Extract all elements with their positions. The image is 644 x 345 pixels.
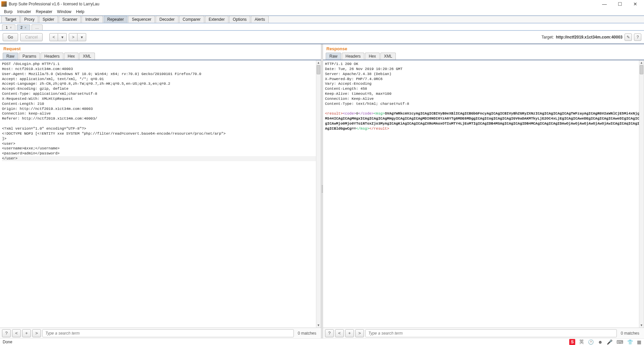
request-tab-params[interactable]: Params xyxy=(19,53,40,60)
status-text: Done xyxy=(3,340,12,344)
response-tab-xml[interactable]: XML xyxy=(380,53,396,60)
tray-icon[interactable]: ⌨ xyxy=(616,339,623,345)
response-tab-headers[interactable]: Headers xyxy=(342,53,364,60)
tab-proxy[interactable]: Proxy xyxy=(20,16,38,23)
repeater-tab-bar: 1× 2× … xyxy=(0,23,644,31)
target-display: Target: http://nctf2019.x1ct34m.com:4000… xyxy=(542,33,641,41)
close-icon[interactable]: × xyxy=(24,26,26,29)
history-forward-button[interactable]: > xyxy=(69,33,77,41)
tab-intruder[interactable]: Intruder xyxy=(82,16,103,23)
ime-lang[interactable]: 英 xyxy=(579,339,584,345)
repeater-tab-2[interactable]: 2× xyxy=(17,24,30,30)
title-bar: Burp Suite Professional v1.6 - licensed … xyxy=(0,0,644,8)
tab-extender[interactable]: Extender xyxy=(205,16,228,23)
repeater-tab-2-label: 2 xyxy=(20,25,22,29)
response-pane: Response Raw Headers Hex XML HTTP/1.1 20… xyxy=(323,44,644,338)
request-editor-wrap: POST /doLogin.php HTTP/1.1Host: nctf2019… xyxy=(0,60,321,328)
tab-alerts[interactable]: Alerts xyxy=(251,16,269,23)
response-search-help[interactable]: ? xyxy=(325,329,334,337)
response-match-count: 0 matches xyxy=(618,331,642,336)
response-search-next[interactable]: > xyxy=(355,329,364,337)
repeater-tab-1[interactable]: 1× xyxy=(2,24,15,30)
menu-intruder[interactable]: Intruder xyxy=(15,9,33,15)
tab-spider[interactable]: Spider xyxy=(39,16,58,23)
repeater-tab-new[interactable]: … xyxy=(32,24,43,30)
tab-sequencer[interactable]: Sequencer xyxy=(128,16,155,23)
sogou-ime-icon[interactable]: S xyxy=(569,339,575,345)
tab-options[interactable]: Options xyxy=(229,16,250,23)
response-view-tabs: Raw Headers Hex XML xyxy=(323,53,644,60)
maximize-button[interactable]: ☐ xyxy=(615,1,625,7)
request-view-tabs: Raw Params Headers Hex XML xyxy=(0,53,321,60)
tray-icon[interactable]: ▦ xyxy=(637,339,641,345)
response-editor[interactable]: HTTP/1.1 200 OKDate: Tue, 26 Nov 2019 10… xyxy=(323,60,644,133)
menu-help[interactable]: Help xyxy=(74,9,87,15)
history-back-menu[interactable]: ▾ xyxy=(58,33,67,41)
tab-target[interactable]: Target xyxy=(1,16,20,23)
request-tab-headers[interactable]: Headers xyxy=(41,53,63,60)
menu-burp[interactable]: Burp xyxy=(2,9,14,15)
scroll-thumb[interactable] xyxy=(640,65,643,74)
menu-window[interactable]: Window xyxy=(55,9,73,15)
history-back-button[interactable]: < xyxy=(49,33,58,41)
request-scrollbar[interactable]: ▲ ▼ xyxy=(316,60,321,328)
target-value: http://nctf2019.x1ct34m.com:40003 xyxy=(556,35,623,40)
response-editor-wrap: HTTP/1.1 200 OKDate: Tue, 26 Nov 2019 10… xyxy=(323,60,644,328)
split-pane: Request Raw Params Headers Hex XML POST … xyxy=(0,44,644,338)
minimize-button[interactable]: — xyxy=(600,1,609,7)
history-back-group: < ▾ xyxy=(49,33,67,41)
target-label: Target: xyxy=(542,35,554,40)
close-icon[interactable]: × xyxy=(10,26,12,29)
close-button[interactable]: ✕ xyxy=(631,1,640,7)
history-forward-group: > ▾ xyxy=(69,33,86,41)
response-search-row: ? < + > 0 matches xyxy=(323,328,644,338)
app-icon xyxy=(1,1,7,7)
tray-icon[interactable]: 🕐 xyxy=(588,339,594,345)
main-tab-bar: Target Proxy Spider Scanner Intruder Rep… xyxy=(0,15,644,23)
scroll-down-icon[interactable]: ▼ xyxy=(316,323,321,328)
repeater-tab-1-label: 1 xyxy=(6,25,8,29)
response-tab-raw[interactable]: Raw xyxy=(326,53,341,60)
request-search-next[interactable]: > xyxy=(32,329,41,337)
request-editor[interactable]: POST /doLogin.php HTTP/1.1Host: nctf2019… xyxy=(0,60,321,162)
history-forward-menu[interactable]: ▾ xyxy=(77,33,86,41)
request-pane: Request Raw Params Headers Hex XML POST … xyxy=(0,44,321,338)
tab-scanner[interactable]: Scanner xyxy=(59,16,81,23)
scroll-down-icon[interactable]: ▼ xyxy=(639,323,644,328)
window-controls: — ☐ ✕ xyxy=(600,1,643,7)
request-search-add[interactable]: + xyxy=(22,329,31,337)
response-scrollbar[interactable]: ▲ ▼ xyxy=(639,60,644,328)
status-bar: Done S 英 🕐 ☻ 🎤 ⌨ 👕 ▦ xyxy=(0,338,644,345)
response-tab-hex[interactable]: Hex xyxy=(365,53,379,60)
response-search-input[interactable] xyxy=(365,329,617,337)
request-tab-xml[interactable]: XML xyxy=(79,53,95,60)
menu-bar: Burp Intruder Repeater Window Help xyxy=(0,8,644,15)
tab-decoder[interactable]: Decoder xyxy=(156,16,178,23)
tab-comparer[interactable]: Comparer xyxy=(179,16,204,23)
request-title: Request xyxy=(0,44,321,53)
scroll-thumb[interactable] xyxy=(317,65,320,74)
tray-icon[interactable]: 👕 xyxy=(627,339,633,345)
request-search-prev[interactable]: < xyxy=(12,329,21,337)
request-tab-raw[interactable]: Raw xyxy=(3,53,18,60)
tray-icon[interactable]: ☻ xyxy=(598,339,603,345)
system-tray: S 英 🕐 ☻ 🎤 ⌨ 👕 ▦ xyxy=(569,339,641,345)
help-button[interactable]: ? xyxy=(634,33,641,41)
scroll-up-icon[interactable]: ▲ xyxy=(316,60,321,65)
go-button[interactable]: Go xyxy=(3,33,18,41)
tray-icon[interactable]: 🎤 xyxy=(607,339,612,345)
edit-target-button[interactable]: ✎ xyxy=(625,33,632,41)
request-search-help[interactable]: ? xyxy=(2,329,11,337)
window-title: Burp Suite Professional v1.6 - licensed … xyxy=(9,2,600,6)
request-search-row: ? < + > 0 matches xyxy=(0,328,321,338)
response-search-prev[interactable]: < xyxy=(335,329,344,337)
response-title: Response xyxy=(323,44,644,53)
tab-repeater[interactable]: Repeater xyxy=(104,16,127,23)
request-match-count: 0 matches xyxy=(295,331,319,336)
cancel-button[interactable]: Cancel xyxy=(20,33,43,41)
menu-repeater[interactable]: Repeater xyxy=(34,9,54,15)
request-tab-hex[interactable]: Hex xyxy=(64,53,78,60)
scroll-up-icon[interactable]: ▲ xyxy=(639,60,644,65)
request-search-input[interactable] xyxy=(42,329,294,337)
response-search-add[interactable]: + xyxy=(345,329,354,337)
